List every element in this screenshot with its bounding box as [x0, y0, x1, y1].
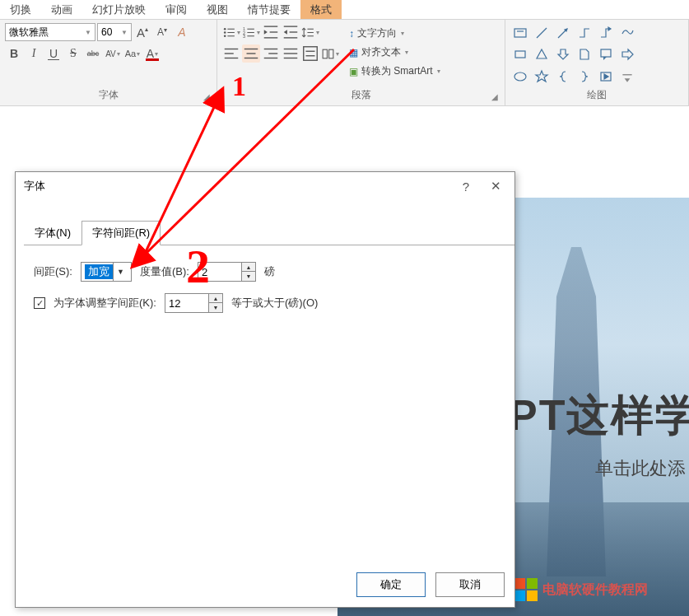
shape-rectangle[interactable] [510, 44, 530, 64]
font-color-button[interactable]: A▾ [143, 44, 161, 63]
cancel-button[interactable]: 取消 [435, 572, 505, 597]
char-spacing-button[interactable]: AV▾ [104, 44, 122, 63]
numbering-button[interactable]: 123▾ [242, 23, 260, 41]
shapes-more[interactable] [617, 67, 637, 86]
decrease-indent-button[interactable] [262, 23, 280, 41]
shape-line-arrow[interactable] [553, 23, 573, 43]
kerning-label: 为字体调整字间距(K): [54, 296, 156, 310]
chevron-down-icon: ▼ [85, 29, 91, 36]
shadow-button[interactable]: S [64, 44, 82, 63]
spin-down-icon[interactable]: ▼ [242, 272, 255, 281]
columns-button[interactable]: ▾ [321, 44, 339, 63]
shape-arrow-right[interactable] [617, 44, 637, 64]
menu-storyboard[interactable]: 情节提要 [238, 0, 300, 19]
shape-connector-arrow[interactable] [596, 23, 616, 43]
help-button[interactable]: ? [458, 178, 474, 195]
shape-freeform[interactable] [617, 23, 637, 43]
increase-indent-button[interactable] [282, 23, 300, 41]
menu-transitions[interactable]: 切换 [0, 0, 41, 19]
italic-button[interactable]: I [25, 44, 43, 63]
svg-point-52 [514, 72, 526, 81]
measure-spinner[interactable]: ▲▼ [198, 262, 256, 282]
dialog-title: 字体 [24, 179, 45, 194]
menu-format[interactable]: 格式 [300, 0, 342, 19]
watermark-text: 电脑软硬件教程网 [542, 581, 648, 599]
spin-up-icon[interactable]: ▲ [242, 263, 255, 272]
smartart-button[interactable]: ▣转换为 SmartArt▾ [346, 63, 444, 80]
ok-button[interactable]: 确定 [356, 572, 426, 597]
dialog-tabs: 字体(N) 字符间距(R) [24, 220, 514, 245]
justify-button[interactable] [282, 44, 300, 63]
shape-textbox[interactable] [510, 23, 530, 43]
font-size-combo[interactable]: 60 ▼ [97, 23, 132, 41]
shrink-font-button[interactable]: A▾ [153, 23, 171, 41]
spin-up-icon[interactable]: ▲ [209, 294, 222, 303]
svg-rect-40 [514, 29, 526, 37]
group-drawing: 绘图 [505, 20, 689, 105]
shape-star[interactable] [532, 67, 552, 86]
svg-marker-45 [608, 27, 611, 30]
shape-brace-left[interactable] [553, 67, 573, 86]
shape-callout[interactable] [596, 44, 616, 64]
align-right-button[interactable] [262, 44, 280, 63]
tab-char-spacing[interactable]: 字符间距(R) [81, 221, 161, 245]
dialog-titlebar[interactable]: 字体 ? ✕ [16, 172, 514, 200]
align-center-button[interactable] [242, 44, 260, 63]
font-name-combo[interactable]: 微软雅黑 ▼ [5, 23, 95, 41]
kerning-input[interactable] [165, 294, 208, 312]
menu-animations[interactable]: 动画 [41, 0, 82, 19]
svg-rect-46 [515, 51, 525, 58]
windows-icon [514, 578, 538, 601]
font-dialog: 字体 ? ✕ 字体(N) 字符间距(R) 间距(S): 加宽 ▼ 度量值(B):… [15, 171, 515, 608]
watermark-logo: 电脑软硬件教程网 [514, 578, 648, 601]
bullets-button[interactable]: ▾ [222, 23, 240, 41]
text-direction-button[interactable]: ↕文字方向▾ [346, 25, 444, 42]
bold-button[interactable]: B [5, 44, 23, 63]
menu-review[interactable]: 审阅 [156, 0, 197, 19]
shape-line[interactable] [532, 23, 552, 43]
kerning-checkbox[interactable]: ✓ [34, 297, 45, 309]
group-label-paragraph: 段落 [222, 86, 500, 104]
paragraph-dialog-launcher[interactable]: ◢ [491, 92, 501, 102]
svg-marker-57 [625, 78, 631, 82]
chevron-down-icon[interactable]: ▼ [113, 263, 128, 281]
measure-unit: 磅 [264, 264, 275, 279]
dialog-body: 间距(S): 加宽 ▼ 度量值(B): ▲▼ 磅 ✓ 为字体调整字间距(K): … [16, 245, 514, 341]
menu-slideshow[interactable]: 幻灯片放映 [82, 0, 156, 19]
kerning-suffix: 等于或大于(磅)(O) [231, 296, 318, 310]
group-label-drawing: 绘图 [510, 86, 683, 104]
svg-marker-48 [558, 49, 568, 59]
grow-font-button[interactable]: A▴ [133, 23, 151, 41]
shape-brace-right[interactable] [575, 67, 594, 86]
svg-marker-17 [284, 30, 287, 35]
distribute-button[interactable] [301, 44, 319, 63]
measure-input[interactable] [198, 263, 241, 281]
font-dialog-launcher[interactable]: ◢ [203, 92, 213, 102]
change-case-button[interactable]: Aa▾ [123, 44, 142, 63]
title-placeholder[interactable]: PT这样学 单击此处添 [509, 379, 689, 489]
menu-view[interactable]: 视图 [197, 0, 238, 19]
align-left-button[interactable] [222, 44, 240, 63]
shape-doc[interactable] [575, 44, 594, 64]
tab-font[interactable]: 字体(N) [24, 221, 81, 245]
font-name-value: 微软雅黑 [9, 26, 49, 40]
svg-rect-39 [329, 49, 333, 58]
menu-bar: 切换 动画 幻灯片放映 审阅 视图 情节提要 格式 [0, 0, 689, 20]
shape-connector[interactable] [575, 23, 594, 43]
spin-down-icon[interactable]: ▼ [209, 303, 222, 312]
shape-triangle[interactable] [532, 44, 552, 64]
shape-oval[interactable] [510, 67, 530, 86]
shape-action[interactable] [596, 67, 616, 86]
shape-arrow-down[interactable] [553, 44, 573, 64]
spacing-select[interactable]: 加宽 ▼ [81, 262, 132, 282]
kerning-spinner[interactable]: ▲▼ [165, 293, 223, 313]
strikethrough-button[interactable]: abc [84, 44, 102, 63]
font-size-value: 60 [101, 26, 112, 38]
underline-button[interactable]: U [44, 44, 63, 63]
close-button[interactable]: ✕ [486, 177, 506, 195]
svg-rect-38 [323, 49, 327, 58]
line-spacing-button[interactable]: ▾ [301, 23, 319, 41]
clear-format-button[interactable]: A [173, 23, 191, 41]
svg-point-0 [224, 27, 226, 30]
align-text-button[interactable]: ▦对齐文本▾ [346, 44, 444, 61]
